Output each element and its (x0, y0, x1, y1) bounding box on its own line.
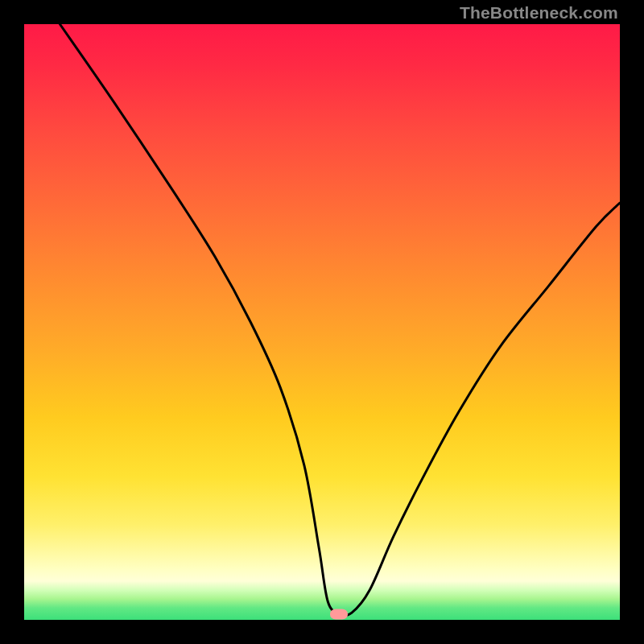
plot-area (24, 24, 620, 620)
optimal-point-marker (330, 609, 348, 619)
chart-frame: TheBottleneck.com (0, 0, 644, 644)
bottleneck-curve (24, 24, 620, 620)
watermark-text: TheBottleneck.com (460, 3, 618, 23)
